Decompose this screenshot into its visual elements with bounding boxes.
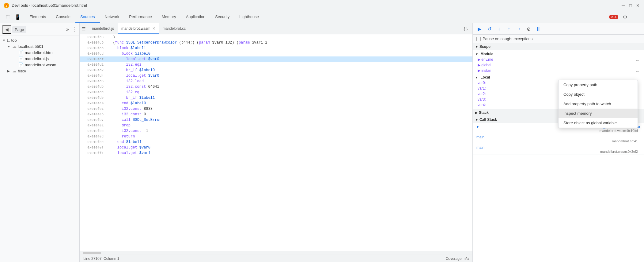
sidebar-back-button[interactable]: ◀ [2,25,11,34]
coverage-status: Coverage: n/a [446,256,469,261]
call-stack-item-main-cc[interactable]: main mandelbrot.cc:41 [473,134,644,144]
window-title: DevTools - localhost:5501/mandelbrot.htm… [12,3,618,8]
horizontal-scrollbar[interactable] [80,251,472,255]
tree-item-top[interactable]: ▼ □ top [0,37,79,43]
sidebar-more-button[interactable]: » [66,27,69,32]
scope-item-global[interactable]: ▶ global... [473,62,644,68]
tab-extras: ✕ 4 ⚙ ⋮ [607,13,643,21]
error-count: 4 [615,15,616,19]
scope-item-instan[interactable]: ▶ instan... [473,68,644,73]
code-line: 0x010fcb block $label1 [80,45,472,51]
sources-sidebar: ◀ Page » ⋮ ▼ □ top ▼ ☁ localhost:5501 [0,23,80,262]
scope-item-env[interactable]: ▶ env.me... [473,57,644,62]
pause-button[interactable]: ⏸ [534,25,543,33]
context-menu-copy-object[interactable]: Copy object [559,90,638,99]
close-button[interactable]: ✕ [635,3,640,8]
step-out-button[interactable]: ↑ [505,25,513,33]
inspect-element-button[interactable]: ⬚ [4,13,12,21]
code-line: 0x010fc9 (func $SDL_SetRenderDrawColor (… [80,40,472,45]
step-button[interactable]: → [514,25,523,33]
code-tab-back-button[interactable]: ☰ [80,25,88,33]
code-line-highlighted: 0x010fcf local.get $var0 [80,56,472,62]
debugger-controls: ▶ ↺ ↓ ↑ → ⊘ ⏸ [473,23,644,35]
cursor-position: Line 27107, Column 1 [83,256,119,261]
deactivate-breakpoints-button[interactable]: ⊘ [524,25,533,33]
main-tabs: Elements Console Sources Network Perform… [25,11,607,23]
pause-exceptions-row: Pause on caught exceptions [473,35,644,43]
code-line: 0x010fe7 call $SDL_SetError [80,117,472,123]
call-stack-item-main-wasm[interactable]: main mandelbrot.wasm:0x3ef2 [473,144,644,155]
context-menu-inspect-memory[interactable]: Inspect memory [559,109,638,118]
tab-performance[interactable]: Performance [124,11,157,23]
device-toolbar-button[interactable]: 📱 [13,13,22,21]
call-stack-loc-main-cc: mandelbrot.cc:41 [476,139,640,143]
sidebar-options-button[interactable]: ⋮ [71,26,77,33]
context-menu-add-watch[interactable]: Add property path to watch [559,99,638,109]
local-label: ▼ Local [473,75,644,80]
format-button[interactable]: { } [461,25,470,33]
call-stack-loc-sdl: mandelbrot.wasm:0x10fcf [476,129,640,133]
maximize-button[interactable]: □ [628,3,633,8]
call-stack-loc-main-wasm: mandelbrot.wasm:0x3ef2 [476,150,640,153]
context-menu-copy-path[interactable]: Copy property path [559,80,638,90]
module-label: ▼ Module [473,51,644,57]
code-file-tabs: ☰ mandelbrot.js mandelbrot.wasm ✕ mandel… [80,23,472,34]
main-content: ◀ Page » ⋮ ▼ □ top ▼ ☁ localhost:5501 [0,23,644,262]
tree-item-mandelbrot-wasm[interactable]: 📄 mandelbrot.wasm [11,62,79,68]
step-into-button[interactable]: ↓ [495,25,503,33]
code-lines-container: 0x010fc8 ) 0x010fc9 (func $SDL_SetRender… [80,34,472,251]
code-line: 0x010feb i32.const -1 [80,128,472,134]
code-line: 0x010fea drop [80,123,472,128]
sidebar-header: ◀ Page » ⋮ [0,23,79,36]
code-line: 0x010fed return [80,134,472,139]
tab-elements[interactable]: Elements [25,11,51,23]
code-tab-mandelbrot-js[interactable]: mandelbrot.js [88,23,118,34]
titlebar: 🔥 DevTools - localhost:5501/mandelbrot.h… [0,0,644,11]
app-icon: 🔥 [4,3,9,8]
tab-sources[interactable]: Sources [75,11,100,23]
code-line: 0x010fd9 i32.const 64641 [80,84,472,90]
code-line: 0x010fdd i32.eq [80,90,472,95]
scope-header[interactable]: ▼ Scope [473,43,644,50]
sidebar-tab-page[interactable]: Page [12,26,26,33]
devtools-toolbar: ⬚ 📱 [1,13,25,21]
more-options-button[interactable]: ⋮ [632,13,640,21]
code-line: 0x010fe1 i32.const 8833 [80,106,472,112]
pause-exceptions-checkbox[interactable] [476,37,481,41]
minimize-button[interactable]: ─ [621,3,626,8]
tree-item-mandelbrot-js[interactable]: 📄 mandelbrot.js [11,56,79,62]
tree-item-mandelbrot-html[interactable]: 📄 mandelbrot.html [11,49,79,56]
error-badge: ✕ 4 [609,15,618,19]
code-line: 0x010fd6 i32.load [80,79,472,84]
step-over-button[interactable]: ↺ [485,25,494,33]
context-menu-store-global[interactable]: Store object as global variable [559,118,638,128]
tab-memory[interactable]: Memory [157,11,181,23]
tree-item-file[interactable]: ▶ ☁ file:// [5,68,79,74]
resume-button[interactable]: ▶ [475,25,484,33]
tab-close-wasm[interactable]: ✕ [152,26,155,31]
code-line: 0x010fe5 i32.const 0 [80,112,472,117]
settings-button[interactable]: ⚙ [621,13,629,21]
window-controls: ─ □ ✕ [621,3,640,8]
tab-lighthouse[interactable]: Lighthouse [234,11,264,23]
code-line: 0x010ff1 local.get $var1 [80,150,472,156]
tab-application[interactable]: Application [181,11,210,23]
code-line: 0x010fd4 local.get $var0 [80,73,472,79]
code-line: 0x010fcd block $label0 [80,51,472,56]
tree-item-localhost[interactable]: ▼ ☁ localhost:5501 [5,43,79,49]
code-line: 0x010fde br_if $label1 [80,95,472,101]
code-line: 0x010fe0 end $label0 [80,101,472,106]
code-line: 0x010fd1 i32.eqz [80,62,472,67]
code-line: 0x010fee end $label1 [80,139,472,145]
status-bar: Line 27107, Column 1 Coverage: n/a [80,255,472,262]
tab-security[interactable]: Security [210,11,234,23]
tab-console[interactable]: Console [51,11,75,23]
devtools-tabbar: ⬚ 📱 Elements Console Sources Network Per… [0,11,644,23]
code-tab-mandelbrot-wasm[interactable]: mandelbrot.wasm ✕ [118,23,159,34]
code-editor[interactable]: 0x010fc8 ) 0x010fc9 (func $SDL_SetRender… [80,34,472,251]
tab-network[interactable]: Network [100,11,124,23]
code-editor-area: ☰ mandelbrot.js mandelbrot.wasm ✕ mandel… [80,23,472,262]
code-tab-mandelbrot-cc[interactable]: mandelbrot.cc [159,23,189,34]
code-tab-actions: { } [459,25,472,33]
debugger-panel: ▶ ↺ ↓ ↑ → ⊘ ⏸ Pause on caught exceptions… [472,23,644,262]
